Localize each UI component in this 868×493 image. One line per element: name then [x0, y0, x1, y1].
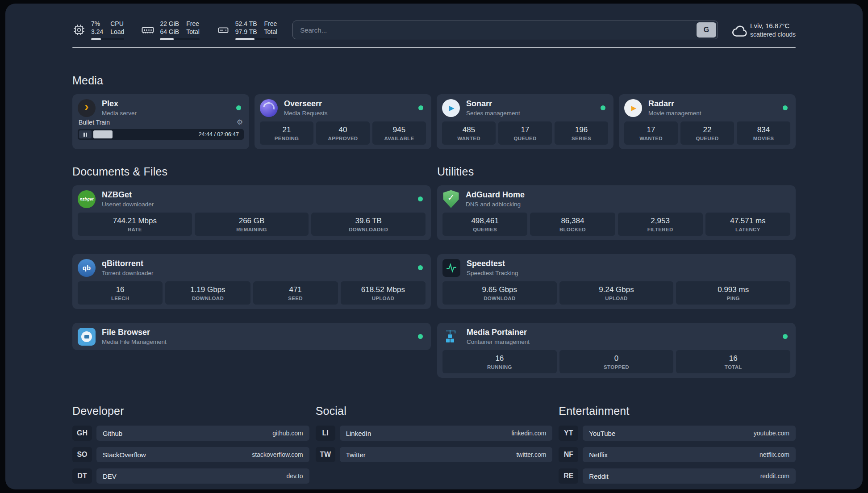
service-subtitle-adguard: DNS and adblocking [466, 201, 525, 209]
status-dot [601, 105, 605, 110]
service-subtitle-sonarr: Series management [466, 109, 520, 117]
service-card-nzbget[interactable]: nzbget NZBGet Usenet downloader 744.21 M… [72, 185, 431, 240]
portainer-crane-icon [442, 328, 460, 346]
now-playing-title: Bullet Train [79, 119, 110, 126]
stat-tile: 266 GB REMAINING [195, 213, 309, 236]
stat-tile: 17 WANTED [624, 121, 678, 145]
service-name-speedtest: Speedtest [467, 259, 518, 269]
service-name-adguard: AdGuard Home [466, 190, 525, 200]
memory-values: 22 GiB64 GiB [160, 20, 179, 36]
stat-tile: 196 SERIES [555, 121, 608, 145]
bookmark-abbr: LI [316, 426, 335, 441]
bookmark-stackoverflow[interactable]: SO StackOverflow stackoverflow.com [72, 447, 309, 462]
bookmark-group-title: Entertainment [559, 405, 796, 418]
service-card-radarr[interactable]: ▶ Radarr Movie management 17 WANTED [619, 94, 796, 149]
status-dot [783, 334, 788, 339]
service-card-plex[interactable]: › Plex Media server Bullet Train ⚙ [72, 94, 249, 149]
service-card-portainer[interactable]: Media Portainer Container management 16 … [437, 323, 796, 378]
top-bar: 7%3.24 CPULoad [72, 20, 796, 40]
stat-tile: 47.571 ms LATENCY [705, 213, 790, 236]
search-input[interactable] [292, 21, 718, 39]
weather-location: Lviv, 16.87°C [750, 21, 796, 30]
bookmark-twitter[interactable]: TW Twitter twitter.com [316, 447, 553, 462]
bookmark-abbr: DT [72, 468, 92, 484]
stat-tile: 22 QUEUED [680, 121, 734, 145]
stat-tile: 945 AVAILABLE [372, 121, 426, 145]
bookmark-url: twitter.com [516, 451, 546, 458]
bookmark-dev[interactable]: DT DEV dev.to [72, 468, 309, 484]
radarr-icon: ▶ [624, 99, 642, 117]
memory-widget: 22 GiB64 GiB FreeTotal [141, 20, 199, 40]
service-subtitle-speedtest: Speedtest Tracking [467, 269, 518, 277]
disk-usage-bar [235, 38, 277, 40]
service-subtitle-filebrowser: Media File Management [102, 338, 167, 346]
plex-player-bar: 24:44 / 02:06:47 [78, 129, 244, 140]
service-card-sonarr[interactable]: ▶ Sonarr Series management 485 WANTED [437, 94, 613, 149]
weather-condition: scattered clouds [750, 30, 796, 39]
service-card-adguard[interactable]: ✓ AdGuard Home DNS and adblocking 498,46… [437, 185, 796, 240]
bookmark-abbr: TW [316, 447, 335, 462]
bookmark-group-entertainment: Entertainment YT YouTube youtube.com NF … [559, 405, 796, 484]
status-dot [236, 105, 241, 110]
status-dot [783, 105, 788, 110]
adguard-shield-icon: ✓ [442, 190, 459, 208]
bookmark-reddit[interactable]: RE Reddit reddit.com [559, 468, 796, 484]
stat-tile: 0 STOPPED [559, 350, 674, 373]
bookmark-netflix[interactable]: NF Netflix netflix.com [559, 447, 796, 462]
bookmark-name: LinkedIn [346, 430, 371, 437]
cpu-widget: 7%3.24 CPULoad [72, 20, 124, 40]
status-dot [418, 105, 423, 110]
bookmark-name: DEV [103, 472, 117, 480]
service-subtitle-plex: Media server [102, 109, 137, 117]
service-card-speedtest[interactable]: Speedtest Speedtest Tracking 9.65 Gbps D… [437, 254, 796, 309]
service-subtitle-radarr: Movie management [648, 109, 701, 117]
memory-usage-bar [160, 38, 199, 40]
bookmark-url: reddit.com [760, 472, 789, 480]
bookmark-abbr: SO [72, 447, 92, 462]
section-media: Media › Plex Media server Bullet Train [72, 74, 796, 149]
service-subtitle-overseerr: Media Requests [284, 109, 328, 117]
filebrowser-icon [78, 328, 96, 346]
service-name-filebrowser: File Browser [102, 327, 167, 338]
disk-values: 52.4 TB97.9 TB [235, 20, 257, 36]
cloud-icon [731, 23, 745, 37]
bookmark-group-title: Developer [72, 405, 309, 418]
bookmark-name: Github [103, 430, 122, 437]
bookmark-url: linkedin.com [512, 430, 547, 437]
cpu-labels: CPULoad [110, 20, 124, 36]
bookmark-linkedin[interactable]: LI LinkedIn linkedin.com [316, 426, 553, 441]
bookmark-github[interactable]: GH Github github.com [72, 426, 309, 441]
service-name-qbittorrent: qBittorrent [102, 259, 154, 269]
service-card-filebrowser[interactable]: File Browser Media File Management [72, 323, 431, 350]
cpu-values: 7%3.24 [91, 20, 103, 36]
header-divider [72, 47, 796, 48]
disk-icon [217, 23, 230, 37]
cpu-usage-bar [91, 38, 124, 40]
settings-gear-icon[interactable]: ⚙ [237, 119, 243, 126]
bookmark-name: YouTube [589, 430, 615, 437]
service-name-overseerr: Overseerr [284, 99, 328, 109]
pause-button[interactable] [79, 130, 92, 138]
service-name-radarr: Radarr [648, 99, 701, 109]
service-card-qbittorrent[interactable]: qb qBittorrent Torrent downloader 16 LEE… [72, 254, 431, 309]
service-subtitle-portainer: Container management [467, 338, 530, 346]
disk-labels: FreeTotal [264, 20, 278, 36]
section-title-utilities: Utilities [437, 165, 796, 178]
resource-widgets: 7%3.24 CPULoad [72, 20, 277, 40]
bookmark-youtube[interactable]: YT YouTube youtube.com [559, 426, 796, 441]
playback-progress-track[interactable]: 24:44 / 02:06:47 [93, 130, 242, 138]
stat-tile: 2,953 FILTERED [618, 213, 703, 236]
stat-tile: 16 LEECH [78, 281, 163, 305]
sonarr-icon: ▶ [442, 99, 460, 117]
section-documents: Documents & Files nzbget NZBGet Usenet d… [72, 165, 431, 350]
stat-tile: 471 SEED [253, 281, 338, 305]
service-card-overseerr[interactable]: Overseerr Media Requests 21 PENDING 40 A… [255, 94, 431, 149]
memory-labels: FreeTotal [186, 20, 200, 36]
search-provider-button[interactable]: G [697, 22, 716, 38]
bookmark-url: netflix.com [760, 451, 789, 458]
bookmark-abbr: NF [559, 447, 578, 462]
bookmark-name: StackOverflow [103, 451, 146, 459]
service-name-portainer: Media Portainer [467, 327, 530, 338]
stat-tile: 86,384 BLOCKED [530, 213, 615, 236]
stat-tile: 16 RUNNING [442, 350, 557, 373]
